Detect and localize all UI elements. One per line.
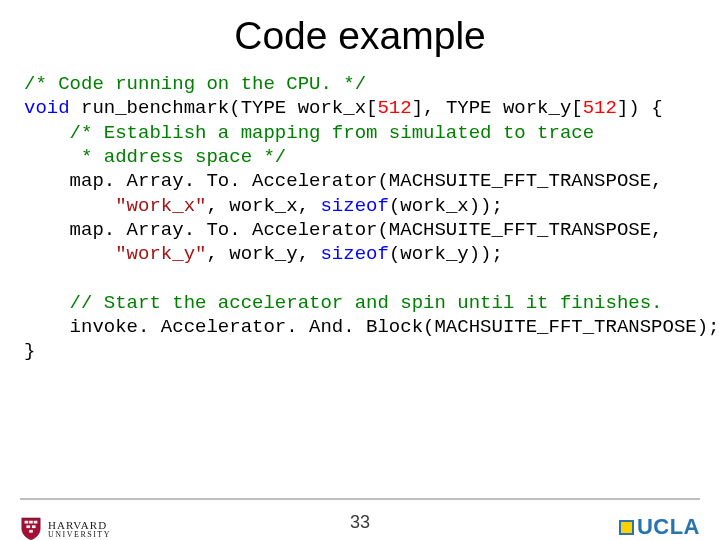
code-text: run_benchmark(TYPE work_x[: [70, 97, 378, 119]
code-text: (work_x));: [389, 195, 503, 217]
harvard-sub: UNIVERSITY: [48, 531, 111, 539]
slide-title: Code example: [0, 14, 720, 58]
code-comment: // Start the accelerator and spin until …: [70, 292, 663, 314]
svg-rect-3: [26, 525, 30, 528]
svg-rect-0: [25, 521, 29, 524]
slide: Code example /* Code running on the CPU.…: [0, 14, 720, 540]
code-text: ], TYPE work_y[: [412, 97, 583, 119]
code-block: /* Code running on the CPU. */ void run_…: [24, 72, 696, 364]
harvard-name: HARVARD: [48, 520, 111, 531]
code-text: map. Array. To. Accelerator(MACHSUITE_FF…: [24, 219, 663, 241]
code-comment: /* Code running on the CPU. */: [24, 73, 366, 95]
harvard-logo: HARVARD UNIVERSITY: [20, 516, 111, 540]
code-text: ]) {: [617, 97, 663, 119]
code-comment: /* Establish a mapping from simulated to…: [70, 122, 595, 144]
ucla-text: UCLA: [637, 514, 700, 540]
footer: 33 HARVARD UNIVERSITY UCLA: [0, 498, 720, 540]
ucla-logo: UCLA: [619, 514, 700, 540]
svg-rect-4: [32, 525, 36, 528]
code-string: "work_x": [115, 195, 206, 217]
code-number: 512: [377, 97, 411, 119]
footer-divider: [20, 498, 700, 500]
code-keyword: sizeof: [320, 243, 388, 265]
code-keyword: void: [24, 97, 70, 119]
ucla-box-icon: [619, 520, 634, 535]
svg-rect-5: [29, 530, 33, 533]
code-text: [24, 243, 115, 265]
shield-icon: [20, 516, 42, 540]
code-comment: * address space */: [70, 146, 287, 168]
code-number: 512: [583, 97, 617, 119]
code-text: , work_x,: [206, 195, 320, 217]
code-text: map. Array. To. Accelerator(MACHSUITE_FF…: [24, 170, 663, 192]
code-text: [24, 195, 115, 217]
code-text: (work_y));: [389, 243, 503, 265]
harvard-text: HARVARD UNIVERSITY: [48, 520, 111, 539]
code-string: "work_y": [115, 243, 206, 265]
code-text: , work_y,: [206, 243, 320, 265]
code-text: }: [24, 340, 35, 362]
svg-rect-1: [29, 521, 33, 524]
svg-rect-2: [34, 521, 38, 524]
code-text: invoke. Accelerator. And. Block(MACHSUIT…: [24, 316, 720, 338]
code-keyword: sizeof: [320, 195, 388, 217]
